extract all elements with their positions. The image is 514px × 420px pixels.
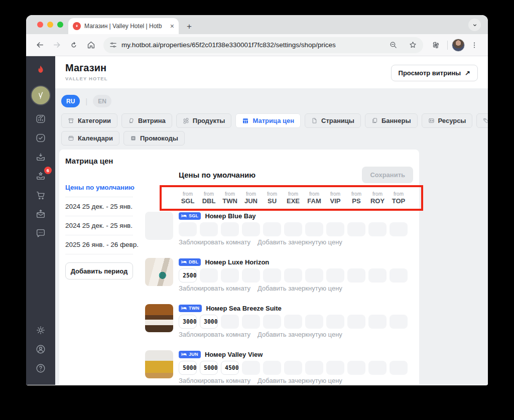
price-input[interactable] xyxy=(347,315,365,329)
block-room-link[interactable]: Заблокировать комнату xyxy=(179,285,250,292)
add-period-button[interactable]: Добавить период xyxy=(65,262,133,279)
shop-tab-products[interactable]: Продукты xyxy=(176,113,232,128)
add-strikethrough-price-link[interactable]: Добавить зачеркнутую цену xyxy=(258,285,342,292)
extensions-icon[interactable] xyxy=(428,38,443,53)
period-item[interactable]: 2024 25 дек. - 25 янв. xyxy=(65,216,133,235)
period-item[interactable]: Цены по умолчанию xyxy=(65,178,133,197)
url-text[interactable]: my.hotbot.ai/properties/65f2c01f38e33000… xyxy=(121,41,381,49)
browser-tab[interactable]: Магазин | Valley Hotel | Hotb × xyxy=(68,18,179,34)
analytics-icon[interactable] xyxy=(31,110,51,127)
price-input[interactable] xyxy=(221,315,239,329)
price-input[interactable] xyxy=(326,268,344,283)
tab-close-icon[interactable]: × xyxy=(170,22,174,30)
preview-storefront-button[interactable]: Просмотр витрины ↗ xyxy=(391,65,478,81)
reviews-icon[interactable]: 6 xyxy=(31,168,51,185)
price-input[interactable] xyxy=(305,361,323,375)
block-room-link[interactable]: Заблокировать комнату xyxy=(179,331,250,338)
shop-tab-tags[interactable]: Метки xyxy=(476,113,488,128)
shop-tab-calendars[interactable]: Календари xyxy=(61,131,119,146)
block-room-link[interactable]: Заблокировать комнату xyxy=(179,238,250,246)
browser-profile-avatar[interactable] xyxy=(452,39,465,52)
help-icon[interactable] xyxy=(31,360,51,377)
price-input[interactable] xyxy=(179,222,197,236)
hotel-avatar[interactable] xyxy=(32,86,50,104)
price-input[interactable] xyxy=(200,268,218,283)
new-tab-button[interactable]: + xyxy=(184,22,195,31)
site-settings-icon[interactable] xyxy=(109,41,117,49)
price-input[interactable] xyxy=(368,268,387,283)
price-input[interactable] xyxy=(263,222,281,236)
price-input[interactable] xyxy=(179,315,197,329)
price-input[interactable] xyxy=(284,315,302,329)
reload-button[interactable] xyxy=(66,38,81,53)
price-input[interactable] xyxy=(284,222,302,236)
price-input[interactable] xyxy=(263,361,281,375)
price-input[interactable] xyxy=(200,361,218,375)
price-input[interactable] xyxy=(242,268,260,283)
price-input[interactable] xyxy=(221,268,239,283)
price-input[interactable] xyxy=(390,361,408,375)
price-input[interactable] xyxy=(179,268,197,283)
cart-icon[interactable] xyxy=(31,187,51,204)
price-input[interactable] xyxy=(242,222,260,236)
home-button[interactable] xyxy=(83,38,98,53)
price-input[interactable] xyxy=(242,315,260,329)
fullscreen-window-button[interactable] xyxy=(57,22,63,28)
shop-tab-pages[interactable]: Страницы xyxy=(305,113,361,128)
price-input[interactable] xyxy=(221,222,239,236)
shop-tab-resources[interactable]: Ресурсы xyxy=(422,113,473,128)
price-input[interactable] xyxy=(263,315,281,329)
browser-menu-icon[interactable] xyxy=(467,38,482,53)
close-window-button[interactable] xyxy=(37,22,43,28)
url-bar[interactable]: my.hotbot.ai/properties/65f2c01f38e33000… xyxy=(103,37,423,53)
add-strikethrough-price-link[interactable]: Добавить зачеркнутую цену xyxy=(258,331,342,338)
lang-tab-en[interactable]: EN xyxy=(93,95,111,107)
zoom-icon[interactable] xyxy=(386,38,401,53)
price-input[interactable] xyxy=(305,315,323,329)
forward-button[interactable] xyxy=(49,38,64,53)
shop-tab-banners[interactable]: Баннеры xyxy=(365,113,418,128)
profile-icon[interactable] xyxy=(31,341,51,358)
price-input[interactable] xyxy=(368,361,387,375)
price-input[interactable] xyxy=(326,222,344,236)
shop-tab-showcase[interactable]: Витрина xyxy=(121,113,172,128)
price-input[interactable] xyxy=(305,268,323,283)
bookmark-star-icon[interactable] xyxy=(405,38,420,53)
tab-search-chevron-button[interactable] xyxy=(468,19,481,31)
price-input[interactable] xyxy=(368,315,387,329)
inbox-icon[interactable] xyxy=(31,149,51,166)
price-input[interactable] xyxy=(305,222,323,236)
price-input[interactable] xyxy=(326,315,344,329)
price-input[interactable] xyxy=(200,315,218,329)
price-input[interactable] xyxy=(347,268,365,283)
shop-tab-categories[interactable]: Категории xyxy=(61,113,117,128)
lang-tab-ru[interactable]: RU xyxy=(61,95,80,107)
price-input[interactable] xyxy=(284,361,302,375)
price-input[interactable] xyxy=(390,268,408,283)
shop-tab-promocodes[interactable]: Промокоды xyxy=(123,131,185,146)
price-input[interactable] xyxy=(179,361,197,375)
price-input[interactable] xyxy=(263,268,281,283)
mail-up-icon[interactable] xyxy=(31,206,51,223)
price-input[interactable] xyxy=(347,361,365,375)
price-input[interactable] xyxy=(242,361,260,375)
price-input[interactable] xyxy=(390,222,408,236)
block-room-link[interactable]: Заблокировать комнату xyxy=(179,377,250,384)
price-input[interactable] xyxy=(326,361,344,375)
period-item[interactable]: 2024 25 дек. - 25 янв. xyxy=(65,197,133,216)
price-input[interactable] xyxy=(221,361,239,375)
price-input[interactable] xyxy=(347,222,365,236)
save-button[interactable]: Сохранить xyxy=(362,167,413,183)
add-strikethrough-price-link[interactable]: Добавить зачеркнутую цену xyxy=(258,377,342,384)
price-input[interactable] xyxy=(284,268,302,283)
tasks-icon[interactable] xyxy=(31,129,51,147)
back-button[interactable] xyxy=(32,38,47,53)
minimize-window-button[interactable] xyxy=(47,22,53,28)
period-item[interactable]: 2025 26 янв. - 26 февр. xyxy=(65,235,133,254)
price-input[interactable] xyxy=(368,222,387,236)
gear-icon[interactable] xyxy=(31,322,51,339)
shop-tab-matrix[interactable]: Матрица цен xyxy=(235,113,301,128)
price-input[interactable] xyxy=(390,315,408,329)
add-strikethrough-price-link[interactable]: Добавить зачеркнутую цену xyxy=(258,238,342,246)
chat-icon[interactable] xyxy=(31,225,51,242)
